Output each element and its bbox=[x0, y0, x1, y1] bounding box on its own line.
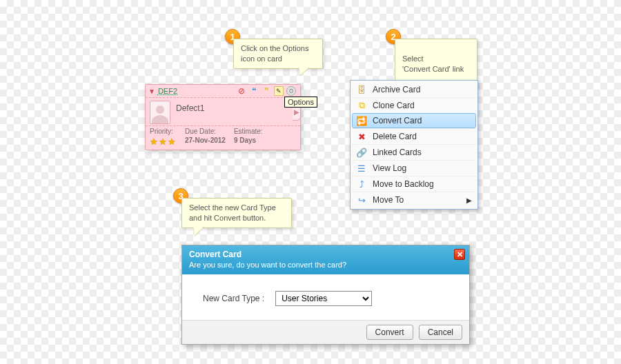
menu-label: Convert Card bbox=[373, 116, 422, 125]
options-icon[interactable]: ⚙ bbox=[286, 86, 296, 96]
menu-label: Clone Card bbox=[373, 101, 415, 110]
callout-text: Select the new Card Type and hit Convert… bbox=[189, 203, 276, 222]
linked-icon: 🔗 bbox=[356, 147, 367, 158]
dialog-subtitle: Are you sure, do you want to convert the… bbox=[189, 261, 464, 269]
menu-move-to-backlog[interactable]: ⤴ Move to Backlog bbox=[352, 176, 476, 192]
due-date-value: 27-Nov-2012 bbox=[185, 136, 226, 144]
submenu-arrow-icon: ▶ bbox=[466, 196, 472, 204]
card-body: Defect1 ▶ bbox=[146, 98, 300, 125]
archive-icon: 🗄 bbox=[356, 84, 367, 95]
dialog-header: Convert Card Are you sure, do you want t… bbox=[182, 245, 469, 274]
menu-label: Move to Backlog bbox=[373, 179, 434, 189]
callout-step3: Select the new Card Type and hit Convert… bbox=[181, 198, 292, 228]
menu-linked-cards[interactable]: 🔗 Linked Cards bbox=[352, 144, 476, 160]
menu-label: Delete Card bbox=[373, 132, 417, 141]
menu-clone-card[interactable]: ⧉ Clone Card bbox=[352, 97, 476, 113]
close-icon[interactable]: ✕ bbox=[454, 249, 465, 260]
options-tooltip: Options bbox=[284, 97, 317, 108]
menu-delete-card[interactable]: ✖ Delete Card bbox=[352, 128, 476, 144]
menu-label: Archive Card bbox=[373, 85, 420, 94]
tags-icon[interactable]: ❞ bbox=[262, 86, 271, 96]
menu-label: View Log bbox=[373, 163, 406, 173]
defect-card: ▼ DEF2 ⊘ ❝ ❞ ✎ ⚙ Defect1 ▶ Priority: ★★★… bbox=[145, 84, 301, 150]
convert-card-dialog: Convert Card Are you sure, do you want t… bbox=[181, 245, 470, 345]
due-date-label: Due Date: bbox=[185, 128, 226, 135]
menu-convert-card[interactable]: 🔁 Convert Card bbox=[352, 113, 476, 128]
moveto-icon: ↪ bbox=[356, 194, 367, 205]
priority-label: Priority: bbox=[150, 128, 177, 135]
menu-move-to[interactable]: ↪ Move To ▶ bbox=[352, 192, 476, 208]
new-card-type-select[interactable]: User Stories bbox=[275, 291, 372, 306]
log-icon: ☰ bbox=[356, 163, 367, 174]
collapse-icon[interactable]: ▼ bbox=[148, 88, 155, 95]
card-id-link[interactable]: DEF2 bbox=[158, 87, 177, 95]
card-footer: Priority: ★★★ Due Date: 27-Nov-2012 Esti… bbox=[146, 125, 300, 150]
cancel-button[interactable]: Cancel bbox=[419, 325, 462, 340]
priority-stars-icon: ★★★ bbox=[150, 136, 177, 147]
menu-view-log[interactable]: ☰ View Log bbox=[352, 160, 476, 176]
avatar-icon bbox=[150, 101, 170, 124]
callout-text: Click on the Options icon on card bbox=[241, 44, 308, 63]
estimate-label: Estimate: bbox=[234, 128, 263, 135]
comments-icon[interactable]: ❝ bbox=[249, 86, 259, 96]
dialog-title: Convert Card bbox=[189, 250, 464, 259]
menu-label: Linked Cards bbox=[373, 148, 422, 157]
callout-text: Select 'Convert Card' link bbox=[402, 54, 464, 73]
callout-step1: Click on the Options icon on card bbox=[233, 39, 323, 69]
block-icon[interactable]: ⊘ bbox=[237, 86, 246, 96]
card-title: Defect1 bbox=[176, 101, 204, 124]
estimate-value: 9 Days bbox=[234, 136, 263, 144]
backlog-icon: ⤴ bbox=[356, 179, 367, 190]
dialog-body: New Card Type : User Stories bbox=[182, 274, 469, 320]
delete-icon: ✖ bbox=[356, 131, 367, 142]
card-header: ▼ DEF2 ⊘ ❝ ❞ ✎ ⚙ bbox=[146, 85, 300, 98]
new-card-type-label: New Card Type : bbox=[203, 294, 264, 303]
convert-icon: 🔁 bbox=[356, 115, 367, 126]
convert-button[interactable]: Convert bbox=[366, 325, 413, 340]
dialog-footer: Convert Cancel bbox=[182, 320, 469, 344]
edit-icon[interactable]: ✎ bbox=[274, 86, 284, 96]
card-context-menu: 🗄 Archive Card ⧉ Clone Card 🔁 Convert Ca… bbox=[350, 80, 478, 210]
menu-label: Move To bbox=[373, 195, 404, 205]
clone-icon: ⧉ bbox=[356, 100, 367, 111]
menu-archive-card[interactable]: 🗄 Archive Card bbox=[352, 82, 476, 97]
